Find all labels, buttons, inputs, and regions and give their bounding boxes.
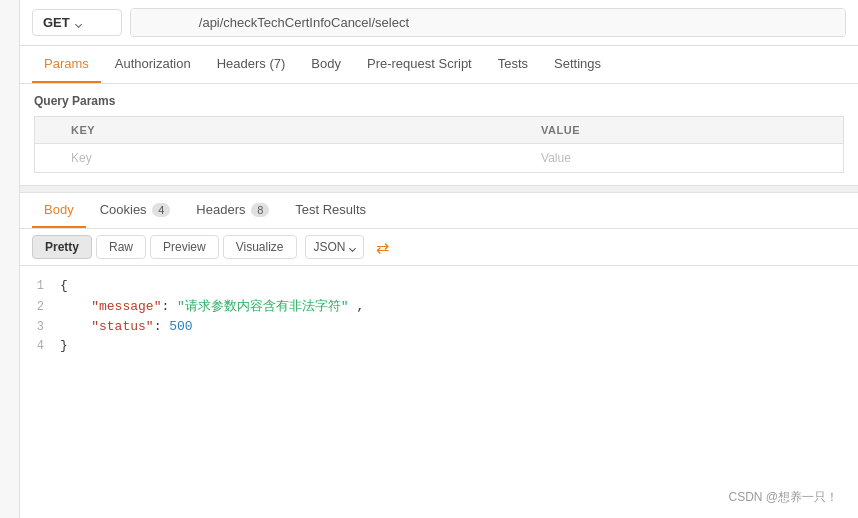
json-format-select[interactable]: JSON [305, 235, 364, 259]
tab-params[interactable]: Params [32, 46, 101, 83]
col-value-header: VALUE [529, 117, 843, 144]
section-divider [20, 185, 858, 193]
method-select[interactable]: GET [32, 9, 122, 36]
headers-badge: 8 [251, 203, 269, 217]
method-label: GET [43, 15, 70, 30]
json-format-label: JSON [314, 240, 346, 254]
key-placeholder: Key [71, 151, 92, 165]
col-key-header: KEY [59, 117, 529, 144]
left-sidebar [0, 0, 20, 518]
value-cell[interactable]: Value [529, 144, 843, 173]
line-num-1: 1 [20, 279, 60, 293]
url-input[interactable] [131, 9, 845, 36]
cookies-badge: 4 [152, 203, 170, 217]
line-num-3: 3 [20, 320, 60, 334]
code-line-2: 2 "message": "请求参数内容含有非法字符" , [20, 295, 858, 317]
json-chevron-icon [350, 240, 355, 254]
response-tab-headers[interactable]: Headers 8 [184, 193, 281, 228]
url-bar: GET [20, 0, 858, 46]
request-tabs-row: Params Authorization Headers (7) Body Pr… [20, 46, 858, 84]
code-line-3: 3 "status": 500 [20, 317, 858, 336]
code-line-4: 4 } [20, 336, 858, 355]
tab-headers[interactable]: Headers (7) [205, 46, 298, 83]
line-content-4: } [60, 338, 68, 353]
format-preview-button[interactable]: Preview [150, 235, 219, 259]
value-placeholder: Value [541, 151, 571, 165]
response-section: Body Cookies 4 Headers 8 Test Results Pr… [20, 193, 858, 365]
tab-tests[interactable]: Tests [486, 46, 540, 83]
format-visualize-button[interactable]: Visualize [223, 235, 297, 259]
code-line-1: 1 { [20, 276, 858, 295]
json-value-status: 500 [169, 319, 192, 334]
tab-authorization[interactable]: Authorization [103, 46, 203, 83]
line-content-1: { [60, 278, 68, 293]
table-row: Key Value [35, 144, 844, 173]
json-key-message: "message" [91, 299, 161, 314]
json-value-message: "请求参数内容含有非法字符" [177, 299, 349, 314]
query-params-title: Query Params [34, 94, 844, 108]
key-cell[interactable]: Key [59, 144, 529, 173]
chevron-down-icon [76, 15, 81, 30]
query-params-section: Query Params KEY VALUE Key [20, 84, 858, 173]
sort-icon[interactable]: ⇄ [376, 238, 389, 257]
row-checkbox-cell [35, 144, 60, 173]
watermark: CSDN @想养一只！ [728, 489, 838, 506]
code-area: 1 { 2 "message": "请求参数内容含有非法字符" , 3 "sta… [20, 266, 858, 365]
params-table: KEY VALUE Key Value [34, 116, 844, 173]
format-raw-button[interactable]: Raw [96, 235, 146, 259]
tab-prerequest[interactable]: Pre-request Script [355, 46, 484, 83]
response-tab-cookies[interactable]: Cookies 4 [88, 193, 183, 228]
line-content-2: "message": "请求参数内容含有非法字符" , [60, 297, 364, 315]
col-checkbox-header [35, 117, 60, 144]
format-pretty-button[interactable]: Pretty [32, 235, 92, 259]
url-input-wrapper [130, 8, 846, 37]
tab-body[interactable]: Body [299, 46, 353, 83]
response-tabs-row: Body Cookies 4 Headers 8 Test Results [20, 193, 858, 229]
response-tab-test-results[interactable]: Test Results [283, 193, 378, 228]
line-num-4: 4 [20, 339, 60, 353]
format-bar: Pretty Raw Preview Visualize JSON ⇄ [20, 229, 858, 266]
response-tab-body[interactable]: Body [32, 193, 86, 228]
json-key-status: "status" [91, 319, 153, 334]
line-num-2: 2 [20, 300, 60, 314]
line-content-3: "status": 500 [60, 319, 193, 334]
tab-settings[interactable]: Settings [542, 46, 613, 83]
